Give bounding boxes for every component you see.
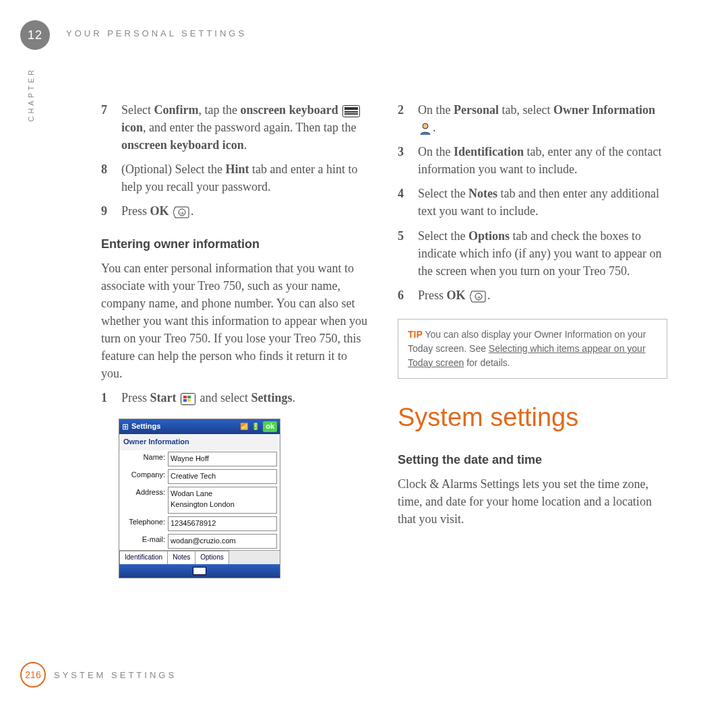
step-1: 1 Press Start and select Settings. <box>101 389 371 406</box>
tray-icons: 📶 🔋 <box>240 422 260 432</box>
step-number: 8 <box>101 160 112 195</box>
owner-info-form: Name:Wayne Hoff Company:Creative Tech Ad… <box>119 450 280 550</box>
svg-point-11 <box>423 123 428 129</box>
step-body: (Optional) Select the Hint tab and enter… <box>121 160 371 195</box>
bold-text: Identification <box>454 145 524 158</box>
text: . <box>244 138 247 152</box>
step-number: 1 <box>101 389 112 406</box>
text: Press <box>121 204 150 218</box>
tab-identification: Identification <box>119 551 168 564</box>
svg-rect-2 <box>344 111 358 113</box>
start-flag-icon: ⊞ <box>122 421 129 433</box>
step-8: 8 (Optional) Select the Hint tab and ent… <box>101 160 371 195</box>
value: 12345678912 <box>168 516 277 531</box>
text: Select the <box>418 229 468 243</box>
text: . <box>191 204 194 218</box>
step-4: 4 Select the Notes tab and then enter an… <box>398 185 667 220</box>
step-number: 9 <box>101 202 112 220</box>
running-head: YOUR PERSONAL SETTINGS <box>66 28 247 38</box>
label: Name: <box>119 450 168 465</box>
step-number: 4 <box>398 185 408 220</box>
titlebar-title: Settings <box>131 421 237 432</box>
step-body: Select the Options tab and check the box… <box>418 227 667 280</box>
label: Telephone: <box>119 515 168 530</box>
tip-box: TIP You can also display your Owner Info… <box>398 319 667 379</box>
screen-title: Owner Information <box>119 434 280 450</box>
bold-text: icon <box>121 121 143 134</box>
text: Select the <box>418 187 468 200</box>
text: . <box>487 289 491 302</box>
steps-list: 2 On the Personal tab, select Owner Info… <box>398 101 667 304</box>
steps-list: 7 Select Confirm, tap the onscreen keybo… <box>101 101 371 220</box>
text: Press <box>418 289 447 302</box>
bold-text: OK <box>447 289 466 302</box>
step-body: Press OK ok. <box>418 286 667 304</box>
tab-options: Options <box>195 551 229 564</box>
tab-strip: Identification Notes Options <box>119 550 280 564</box>
subhead-setting-date-time: Setting the date and time <box>398 451 667 468</box>
text: , tap the <box>198 103 240 117</box>
step-number: 2 <box>398 101 408 136</box>
step-6: 6 Press OK ok. <box>398 286 667 304</box>
step-body: Press OK ok. <box>121 202 371 220</box>
step-2: 2 On the Personal tab, select Owner Info… <box>398 101 667 136</box>
manual-page: 12 YOUR PERSONAL SETTINGS CHAPTER 7 Sele… <box>0 0 728 728</box>
section-title-system-settings: System settings <box>398 399 667 436</box>
step-number: 6 <box>398 286 408 304</box>
value: wodan@cruzio.com <box>168 534 277 549</box>
step-body: On the Personal tab, select Owner Inform… <box>418 101 667 136</box>
paragraph: You can enter personal information that … <box>101 260 371 383</box>
tab-notes: Notes <box>167 551 195 564</box>
bold-text: OK <box>150 204 169 218</box>
bold-text: Start <box>150 391 177 404</box>
bold-text: Settings <box>251 391 292 404</box>
value: Creative Tech <box>168 469 277 484</box>
step-number: 5 <box>398 227 408 280</box>
bold-text: Personal <box>454 103 499 117</box>
subhead-entering-owner-info: Entering owner information <box>101 235 371 253</box>
form-row-company: Company:Creative Tech <box>119 468 280 485</box>
ok-soft-button: ok <box>263 421 277 432</box>
step-number: 3 <box>398 143 408 178</box>
tip-text: for details. <box>464 357 510 368</box>
step-body: Select Confirm, tap the onscreen keyboar… <box>121 101 371 154</box>
text: . <box>293 391 296 404</box>
svg-rect-9 <box>183 399 187 402</box>
text: Select <box>121 103 154 117</box>
device-screenshot: ⊞ Settings 📶 🔋 ok Owner Information Name… <box>119 419 280 578</box>
value: Wodan Lane Kensington London <box>168 487 277 514</box>
text: Press <box>121 391 150 404</box>
ok-button-icon: ok <box>173 206 189 218</box>
bold-text: Options <box>468 229 510 243</box>
step-body: On the Identification tab, enter any of … <box>418 143 667 178</box>
keyboard-icon <box>342 105 360 117</box>
step-5: 5 Select the Options tab and check the b… <box>398 227 667 280</box>
titlebar: ⊞ Settings 📶 🔋 ok <box>119 419 280 434</box>
bold-text: Confirm <box>154 103 198 117</box>
bold-text: onscreen keyboard <box>240 103 341 117</box>
form-row-address: Address:Wodan Lane Kensington London <box>119 485 280 515</box>
svg-text:ok: ok <box>477 295 481 299</box>
text: , and enter the password again. Then tap… <box>143 121 357 134</box>
two-column-layout: 7 Select Confirm, tap the onscreen keybo… <box>101 101 667 647</box>
text: . <box>433 121 436 134</box>
form-row-telephone: Telephone:12345678912 <box>119 515 280 533</box>
owner-info-icon <box>419 122 431 135</box>
chapter-number-badge: 12 <box>20 20 50 50</box>
form-row-name: Name:Wayne Hoff <box>119 450 280 468</box>
text: (Optional) Select the <box>121 162 225 176</box>
label: Company: <box>119 468 168 483</box>
tip-label: TIP <box>408 329 423 340</box>
bold-text: Owner Information <box>553 103 655 117</box>
step-number: 7 <box>101 101 112 154</box>
paragraph: Clock & Alarms Settings lets you set the… <box>398 475 667 528</box>
svg-rect-1 <box>344 107 358 110</box>
start-icon <box>181 393 195 405</box>
bold-text: Hint <box>225 162 249 176</box>
text: On the <box>418 103 454 117</box>
step-3: 3 On the Identification tab, enter any o… <box>398 143 667 178</box>
ok-button-icon: ok <box>470 291 486 303</box>
text: On the <box>418 145 454 158</box>
page-footer: 216 SYSTEM SETTINGS <box>20 662 177 688</box>
step-body: Select the Notes tab and then enter any … <box>418 185 667 220</box>
